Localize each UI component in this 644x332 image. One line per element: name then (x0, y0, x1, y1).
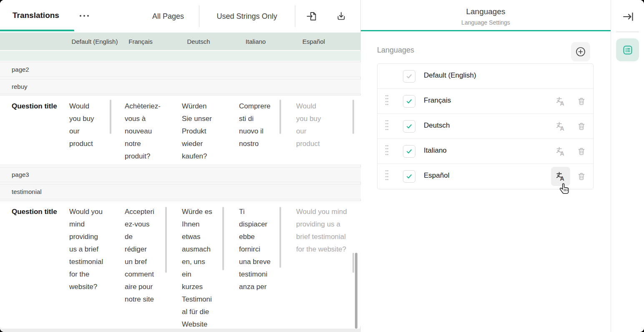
language-settings-tab-icon[interactable] (616, 38, 639, 61)
translation-cell-francais[interactable]: Accepteriez-vous de rédiger un bref comm… (125, 201, 167, 329)
languages-panel: Languages Language Settings Languages De… (361, 0, 611, 332)
delete-language-icon[interactable] (576, 121, 587, 132)
used-strings-only-dropdown[interactable]: Used Strings Only (199, 0, 294, 33)
panel-subtitle: Language Settings (361, 19, 611, 26)
sidebar-divider (616, 32, 639, 32)
column-header-espanol: Español (302, 33, 325, 50)
group-row-page3: page3 (0, 167, 361, 182)
checkbox-italiano[interactable] (403, 145, 415, 158)
group-row-rebuy: rebuy (0, 79, 361, 94)
translation-cell-deutsch[interactable]: Würden Sie unser Produkt wieder kaufen? (182, 96, 224, 165)
cell-scrollbar[interactable] (279, 207, 281, 268)
vertical-scrollbar[interactable] (355, 253, 357, 329)
language-row-deutsch: Deutsch A (377, 114, 593, 139)
screen: Translations All Pages Used Strings Only (0, 0, 644, 332)
machine-translate-icon[interactable]: A (555, 121, 566, 132)
tab-translations[interactable]: Translations (13, 11, 59, 20)
delete-language-icon[interactable] (576, 146, 587, 157)
translation-cell-espanol[interactable]: Would you mind providing us a brief test… (296, 201, 354, 329)
translations-section: Translations All Pages Used Strings Only (0, 0, 361, 332)
grid-header-row: Default (English) Français Deutsch Itali… (0, 33, 361, 50)
checkbox-espanol[interactable] (403, 170, 415, 183)
group-row-page2: page2 (0, 62, 361, 77)
toolbar-separator (295, 5, 295, 27)
checkbox-default-english[interactable] (403, 70, 415, 83)
language-label: Default (English) (424, 71, 476, 80)
app-window: Translations All Pages Used Strings Only (0, 0, 644, 332)
group-row-testimonial: testimonial (0, 184, 361, 199)
translation-cell-italiano[interactable]: Ti dispiacerebbe fornirci una breve test… (239, 201, 281, 329)
panel-title: Languages (361, 7, 611, 16)
language-row-italiano: Italiano A (377, 139, 593, 164)
question-title-label: Question title (12, 100, 62, 113)
download-icon[interactable] (334, 9, 348, 23)
column-header-default-english: Default (English) (72, 33, 118, 50)
column-header-italiano: Italiano (246, 33, 266, 50)
drag-handle-icon[interactable] (385, 120, 391, 133)
tab-active-underline (0, 30, 74, 31)
panel-accent-rule (361, 30, 611, 31)
translation-cell-default[interactable]: Would you mind providing us a brief test… (69, 201, 111, 329)
cell-scrollbar[interactable] (110, 100, 111, 134)
language-label: Italiano (424, 146, 447, 155)
right-sidebar (611, 0, 644, 332)
add-language-button[interactable] (571, 42, 590, 61)
machine-translate-icon[interactable]: A (555, 171, 566, 182)
collapse-panel-icon[interactable] (621, 10, 635, 23)
drag-handle-icon[interactable] (385, 95, 391, 108)
more-menu-icon[interactable] (80, 15, 89, 17)
drag-handle-icon[interactable] (385, 170, 391, 183)
cell-scrollbar[interactable] (222, 207, 224, 270)
translation-cell-deutsch[interactable]: Würde es Ihnen etwas ausmachen, uns ein … (182, 201, 224, 329)
question-row-rebuy-title: Question title Would you buy our product… (0, 95, 361, 165)
question-row-testimonial-title: Question title Would you mind providing … (0, 201, 361, 329)
language-label: Français (424, 96, 451, 105)
translation-cell-francais[interactable]: Achèteriez-vous à nouveau notre produit? (125, 96, 167, 165)
svg-text:A: A (560, 150, 564, 157)
languages-section-label: Languages (377, 46, 414, 55)
delete-language-icon[interactable] (576, 96, 587, 107)
language-row-francais: Français A (377, 89, 593, 114)
translations-toolbar: Translations All Pages Used Strings Only (0, 0, 360, 33)
svg-text:A: A (560, 125, 564, 132)
language-label: Deutsch (424, 121, 450, 130)
language-list: Default (English) Français A (377, 63, 594, 189)
drag-handle-icon[interactable] (385, 145, 391, 158)
svg-text:A: A (560, 100, 564, 107)
translation-cell-espanol[interactable]: Would you buy our product (296, 96, 354, 165)
language-row-default: Default (English) (377, 64, 593, 89)
language-label: Español (424, 171, 449, 180)
column-header-deutsch: Deutsch (187, 33, 210, 50)
machine-translate-icon[interactable]: A (555, 96, 566, 107)
checkbox-francais[interactable] (403, 95, 415, 108)
import-icon[interactable] (304, 9, 319, 23)
checkbox-deutsch[interactable] (403, 120, 415, 133)
cell-scrollbar[interactable] (279, 100, 281, 134)
cell-scrollbar[interactable] (165, 207, 167, 273)
cell-scrollbar[interactable] (352, 100, 354, 134)
column-header-francais: Français (128, 33, 153, 50)
machine-translate-icon[interactable]: A (555, 146, 566, 157)
delete-language-icon[interactable] (576, 171, 587, 182)
all-pages-dropdown[interactable]: All Pages (138, 0, 199, 33)
bottom-gutter (0, 329, 361, 332)
translation-cell-default[interactable]: Would you buy our product (69, 96, 111, 165)
cell-scrollbar[interactable] (352, 253, 354, 273)
svg-text:A: A (560, 175, 564, 182)
translation-cell-italiano[interactable]: Compreresti di nuovo il nostro (239, 96, 281, 165)
language-row-espanol: Español A (377, 164, 593, 189)
question-title-label: Question title (12, 206, 62, 218)
partial-row-strip (0, 51, 361, 61)
